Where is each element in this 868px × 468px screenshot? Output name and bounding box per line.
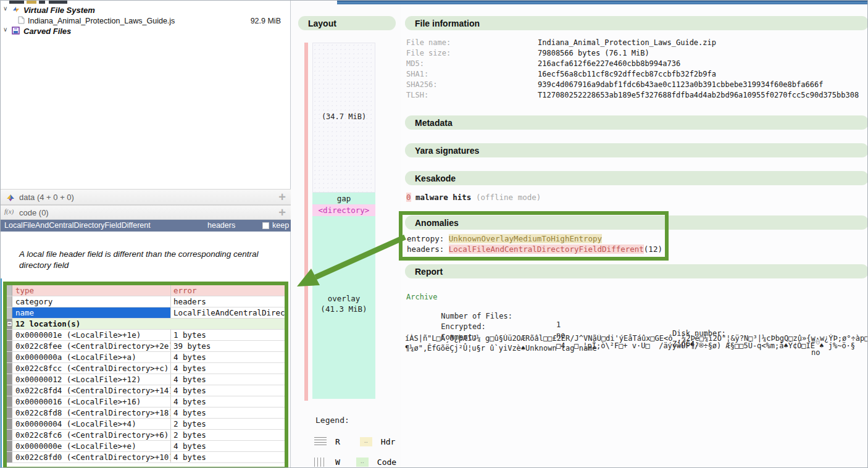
yara-signatures-header: Yara signatures bbox=[405, 143, 868, 157]
field-value: 16ecf56a8cb11cf8c92dffecb87ccbfb32f2b9fa bbox=[538, 70, 716, 78]
location-address: 0x00000012 (<LocalFile>+12) bbox=[12, 374, 170, 385]
anomalies-header: Anomalies bbox=[405, 215, 868, 230]
active-pane-indicator bbox=[337, 1, 868, 4]
summary-pane: File information File name: Indiana_Anim… bbox=[401, 1, 868, 468]
row-gutter bbox=[7, 330, 12, 340]
row-gutter bbox=[7, 441, 12, 451]
field-value: 216acfa612f6e227e460cbb8b994a736 bbox=[538, 59, 680, 68]
table-row-location[interactable]: 0x00000012 (<LocalFile>+12)4 bytes bbox=[7, 374, 285, 385]
anomaly-category-label: headers bbox=[207, 221, 235, 230]
headers-label: headers: bbox=[407, 244, 444, 254]
table-row-location[interactable]: 0x022c8fd0 (<CentralDirectory>+10)4 byte… bbox=[7, 452, 285, 463]
table-row-location[interactable]: 0x022c8fd4 (<CentralDirectory>+14)4 byte… bbox=[7, 385, 285, 396]
section-title: Report bbox=[415, 267, 443, 277]
table-row-location[interactable]: 0x0000001e (<LocalFile>+1e)1 bytes bbox=[7, 330, 285, 341]
row-gutter bbox=[7, 419, 12, 429]
location-address: 0x0000000a (<LocalFile>+a) bbox=[12, 352, 170, 362]
group-label: 12 location(s) bbox=[12, 319, 284, 329]
overlay-size-label: (41.3 MiB) bbox=[312, 304, 375, 314]
data-section-bar[interactable]: data (4 + 0 + 0) + bbox=[1, 189, 291, 205]
layout-segment-gap[interactable]: gap bbox=[312, 193, 375, 204]
location-size: 1 bytes bbox=[170, 330, 285, 340]
headers-anomaly-chip[interactable]: LocalFileAndCentralDirectoryFieldDiffere… bbox=[449, 244, 644, 254]
data-section-label: data (4 + 0 + 0) bbox=[19, 193, 74, 202]
location-size: 4 bytes bbox=[170, 452, 285, 462]
add-code-button[interactable]: + bbox=[278, 206, 286, 220]
clipped-text-fragment bbox=[49, 1, 67, 4]
field-value: 939c4d067916a9dabf1fdc6b43ae0c1123a0b391… bbox=[538, 80, 823, 89]
entropy-bar bbox=[304, 43, 308, 401]
tree-item-label: Indiana_Animal_Protection_Laws_Guide.js bbox=[28, 17, 175, 25]
data-icon bbox=[6, 193, 15, 204]
location-size: 2 bytes bbox=[170, 430, 285, 440]
table-row-category[interactable]: category headers bbox=[7, 296, 285, 307]
field-label: SHA256: bbox=[406, 80, 438, 89]
comment-value: □4 □ ¦pÎ;ò\²F□+ v·U□ /äýywÛF¶/®÷§ø) Æ§□□… bbox=[556, 341, 855, 350]
hdr-swatch: .. bbox=[360, 437, 372, 446]
row-gutter bbox=[7, 341, 12, 351]
chevron-down-icon[interactable]: ∨ bbox=[3, 5, 10, 12]
entropy-anomaly-chip[interactable]: UnknownOverlayMediumToHighEntropy bbox=[449, 234, 602, 243]
anomaly-headers-row: headers: LocalFileAndCentralDirectoryFie… bbox=[407, 244, 662, 254]
keep-checkbox[interactable] bbox=[262, 222, 269, 229]
tree-item-file[interactable]: Indiana_Animal_Protection_Laws_Guide.js … bbox=[1, 15, 291, 26]
location-address: 0x0000000e (<LocalFile>+e) bbox=[12, 441, 170, 451]
table-row-location[interactable]: 0x0000000a (<LocalFile>+a)4 bytes bbox=[7, 352, 285, 363]
chevron-down-icon[interactable]: ∨ bbox=[3, 26, 10, 33]
tree-item-label: Carved Files bbox=[23, 27, 71, 36]
location-size: 2 bytes bbox=[170, 419, 285, 429]
section-title: Metadata bbox=[415, 118, 453, 128]
table-cell-value: error bbox=[170, 285, 285, 296]
table-group-row[interactable]: − 12 location(s) bbox=[7, 319, 285, 330]
table-row-type[interactable]: type error bbox=[7, 285, 285, 296]
table-row-location[interactable]: 0x022c8fee (<CentralDirectory>+2e)39 byt… bbox=[7, 341, 285, 352]
table-row-name[interactable]: name LocalFileAndCentralDirectoryFieldDi… bbox=[7, 307, 285, 319]
read-hatch-icon bbox=[314, 437, 327, 446]
anomaly-description-area: A local file header field is different t… bbox=[1, 232, 290, 282]
legend-read-label: R bbox=[335, 437, 340, 446]
location-size: 4 bytes bbox=[170, 374, 285, 385]
row-gutter bbox=[7, 307, 12, 318]
table-row-location[interactable]: 0x022c8fc6 (<CentralDirectory>+6)2 bytes bbox=[7, 430, 285, 441]
collapse-marker-icon[interactable]: − bbox=[7, 321, 12, 327]
anomaly-description: A local file header field is different t… bbox=[19, 249, 277, 271]
metadata-header: Metadata bbox=[405, 115, 868, 130]
headers-anomaly-count: (12) bbox=[644, 244, 662, 254]
tree-item-carved-files[interactable]: ∨ Carved Files bbox=[1, 26, 291, 36]
legend-title: Legend: bbox=[315, 416, 349, 425]
location-address: 0x0000001e (<LocalFile>+1e) bbox=[12, 330, 170, 340]
file-information-header: File information bbox=[405, 16, 868, 30]
table-row-location[interactable]: 0x00000016 (<LocalFile>+16)4 bytes bbox=[7, 396, 285, 407]
overlay-label: overlay bbox=[312, 293, 375, 304]
table-row-location[interactable]: 0x0000000e (<LocalFile>+e)4 bytes bbox=[7, 441, 285, 452]
section-title: File information bbox=[415, 19, 480, 28]
field-label: SHA1: bbox=[406, 70, 428, 78]
layout-title: Layout bbox=[308, 19, 336, 28]
floppy-disk-icon bbox=[12, 27, 20, 36]
table-cell-key-selected[interactable]: name bbox=[12, 307, 170, 318]
location-address: 0x022c8fd8 (<CentralDirectory>+18) bbox=[12, 407, 170, 418]
row-gutter bbox=[7, 452, 12, 462]
navigation-pane: ∨ Virtual File System Indiana_Animal_Pro… bbox=[1, 1, 291, 468]
field-label: File size: bbox=[406, 49, 451, 57]
table-row-location[interactable]: 0x022c8fd8 (<CentralDirectory>+18)4 byte… bbox=[7, 407, 285, 419]
location-address: 0x022c8fd0 (<CentralDirectory>+10) bbox=[12, 452, 170, 462]
table-cell-value: headers bbox=[170, 296, 285, 307]
layout-segment-directory[interactable]: <directory> bbox=[312, 204, 375, 216]
selected-anomaly-row[interactable]: LocalFileAndCentralDirectoryFieldDiffere… bbox=[1, 220, 291, 232]
field-value: Indiana_Animal_Protection_Laws_Guide.zip bbox=[538, 38, 716, 47]
code-section-bar[interactable]: f(x) code (0) + bbox=[1, 205, 291, 220]
table-row-location[interactable]: 0x022c8fcc (<CentralDirectory>+c)4 bytes bbox=[7, 363, 285, 374]
section-title: Yara signatures bbox=[415, 146, 479, 156]
legend-write-label: W bbox=[335, 458, 340, 467]
location-size: 4 bytes bbox=[170, 396, 285, 407]
field-label: MD5: bbox=[406, 59, 424, 68]
row-gutter bbox=[7, 285, 12, 296]
layout-segment-overlay[interactable]: overlay (41.3 MiB) bbox=[312, 216, 375, 399]
row-gutter bbox=[7, 396, 12, 407]
tree-item-virtual-file-system[interactable]: ∨ Virtual File System bbox=[1, 5, 291, 15]
layout-segment-data[interactable]: (34.7 MiB) bbox=[312, 43, 375, 193]
location-size: 39 bytes bbox=[170, 341, 285, 351]
add-data-button[interactable]: + bbox=[278, 190, 286, 204]
table-row-location[interactable]: 0x00000004 (<LocalFile>+4)2 bytes bbox=[7, 419, 285, 430]
